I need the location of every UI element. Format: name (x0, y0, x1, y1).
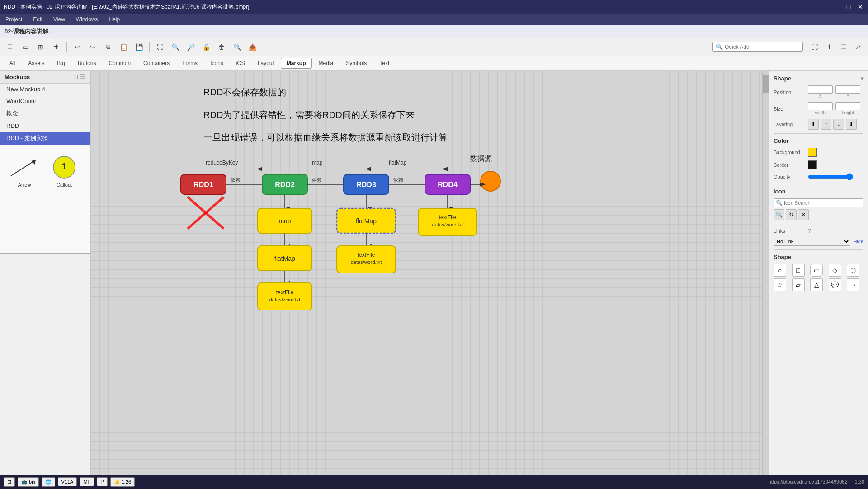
trash-button[interactable]: 🗑 (215, 41, 228, 53)
layer-backward-button[interactable]: ↓ (833, 119, 844, 130)
icon-search-button[interactable]: 🔍 (774, 209, 784, 220)
taskbar-start-button[interactable]: ⊞ (4, 477, 15, 487)
sidebar-item-rdd[interactable]: RDD (0, 120, 90, 132)
size-h-input[interactable]: 56 (835, 102, 860, 110)
sidebar-item-concept[interactable]: 概念 (0, 107, 90, 120)
zoom-out-button[interactable]: 🔎 (184, 41, 197, 53)
taskbar-bilibili-button[interactable]: 📺 bili (18, 477, 39, 487)
paste-button[interactable]: 📋 (117, 41, 130, 53)
shape-callout-button[interactable]: 💬 (829, 278, 841, 291)
icon-search-input[interactable] (784, 200, 861, 206)
undo-button[interactable]: ↩ (71, 41, 84, 53)
quick-add-input[interactable] (725, 44, 793, 50)
maximize-button[interactable]: □ (844, 3, 853, 11)
zoom-fit-button[interactable]: ⛶ (154, 41, 166, 53)
menu-help[interactable]: Help (107, 15, 122, 24)
tab-text[interactable]: Text (373, 58, 395, 69)
taskbar-chrome-button[interactable]: 🌐 (42, 477, 55, 487)
tab-big[interactable]: Big (51, 58, 71, 69)
shape-parallelogram-button[interactable]: ▱ (792, 278, 805, 291)
tab-layout[interactable]: Layout (252, 58, 280, 69)
tab-common[interactable]: Common (103, 58, 137, 69)
search-button[interactable]: 🔍 (231, 41, 243, 53)
add-button[interactable]: + (50, 41, 62, 53)
menu-project[interactable]: Project (4, 15, 24, 24)
stencil-item-callout[interactable]: 1 Callout (44, 150, 84, 191)
sidebar-item-new-mockup[interactable]: New Mockup 4 (0, 84, 90, 95)
info-button[interactable]: ℹ (823, 41, 835, 53)
stencil-item-arrow[interactable]: Arrow (5, 150, 44, 191)
export-button[interactable]: 📤 (246, 41, 259, 53)
vertical-scrollbar[interactable] (762, 71, 769, 489)
shape-triangle-button[interactable]: △ (810, 278, 823, 291)
shape-circle-button[interactable]: ○ (774, 264, 786, 277)
close-button[interactable]: ✕ (856, 3, 864, 11)
shape-diamond-button[interactable]: ◇ (829, 264, 841, 277)
canvas[interactable]: RDD不会保存数据的 RDD为了提供容错性，需要将RDD间的关系保存下来 一旦出… (90, 71, 769, 489)
menu-edit[interactable]: Edit (31, 15, 44, 24)
icon-clear-button[interactable]: ✕ (798, 209, 809, 220)
tab-all[interactable]: All (4, 58, 21, 69)
redo-button[interactable]: ↪ (86, 41, 99, 53)
grid-view-button[interactable]: ⊞ (34, 41, 47, 53)
icon-refresh-button[interactable]: ↻ (786, 209, 797, 220)
tab-media[interactable]: Media (313, 58, 340, 69)
shape-hexagon-button[interactable]: ⬡ (847, 264, 859, 277)
opacity-slider[interactable] (808, 173, 853, 180)
tab-ios[interactable]: iOS (230, 58, 251, 69)
position-x-input[interactable]: 486 (808, 85, 833, 94)
lock-button[interactable]: 🔒 (200, 41, 212, 53)
menu-toggle-button[interactable]: ☰ (4, 41, 16, 53)
minimize-button[interactable]: − (833, 3, 841, 11)
links-label: Links (774, 228, 805, 234)
shape-star-button[interactable]: ☆ (774, 278, 786, 291)
svg-text:flatMap: flatMap (389, 160, 407, 166)
layer-front-button[interactable]: ⬆ (808, 119, 819, 130)
sidebar-item-wordcount[interactable]: WordCount (0, 95, 90, 107)
taskbar-notify-button[interactable]: 🔔 1:26 (110, 477, 135, 487)
tab-markup[interactable]: Markup (281, 58, 312, 69)
size-w-input[interactable]: 135 (808, 102, 833, 110)
layer-forward-button[interactable]: ↑ (821, 119, 831, 130)
taskbar-mf-button[interactable]: MF (80, 477, 94, 486)
tab-assets[interactable]: Assets (22, 58, 50, 69)
shape-rect-button[interactable]: □ (792, 264, 805, 277)
sidebar-menu-btn[interactable]: ☰ (80, 73, 85, 80)
tab-containers[interactable]: Containers (137, 58, 175, 69)
sidebar-new-btn[interactable]: □ (74, 73, 78, 80)
hide-button[interactable]: Hide (853, 239, 863, 244)
tab-buttons[interactable]: Buttons (72, 58, 102, 69)
shape-collapse-icon[interactable]: ▾ (861, 75, 863, 82)
icon-search-container: 🔍 (774, 198, 863, 207)
list-button[interactable]: ☰ (837, 41, 850, 53)
background-color-swatch[interactable] (808, 148, 817, 157)
single-view-button[interactable]: ▭ (19, 41, 32, 53)
svg-text:RDD不会保存数据的: RDD不会保存数据的 (203, 87, 286, 97)
tab-symbols[interactable]: Symbols (340, 58, 373, 69)
menu-windows[interactable]: Windows (74, 15, 100, 24)
stencil-item-comment[interactable]: A comment Comment (84, 150, 90, 191)
copy-button[interactable]: ⧉ (102, 41, 114, 53)
tab-icons[interactable]: Icons (204, 58, 229, 69)
taskbar-v11a-button[interactable]: V11A (58, 477, 77, 486)
shape-arrow-button[interactable]: → (847, 278, 859, 291)
layer-back-button[interactable]: ⬇ (846, 119, 857, 130)
divider-2 (774, 184, 863, 184)
sidebar-item-rdd-case[interactable]: RDD - 案例实操 (0, 132, 90, 145)
border-color-swatch[interactable] (808, 160, 817, 169)
menu-view[interactable]: View (52, 15, 67, 24)
links-select[interactable]: No Link (774, 237, 850, 246)
links-help-icon[interactable]: ? (808, 228, 811, 234)
shape-rounded-rect-button[interactable]: ▭ (810, 264, 823, 277)
zoom-in-button[interactable]: 🔍 (169, 41, 182, 53)
stencil-items-container: Arrow 1 Callout (0, 145, 90, 196)
tab-forms[interactable]: Forms (176, 58, 203, 69)
scrollbar-thumb-v[interactable] (763, 75, 769, 93)
taskbar-p-button[interactable]: P (97, 477, 107, 486)
position-y-input[interactable]: 2207 (835, 85, 860, 94)
canvas-inner: RDD不会保存数据的 RDD为了提供容错性，需要将RDD间的关系保存下来 一旦出… (90, 71, 769, 489)
save-button[interactable]: 💾 (132, 41, 145, 53)
export2-button[interactable]: ↗ (852, 41, 864, 53)
svg-text:数据源: 数据源 (470, 155, 492, 162)
fullscreen-button[interactable]: ⛶ (808, 41, 821, 53)
